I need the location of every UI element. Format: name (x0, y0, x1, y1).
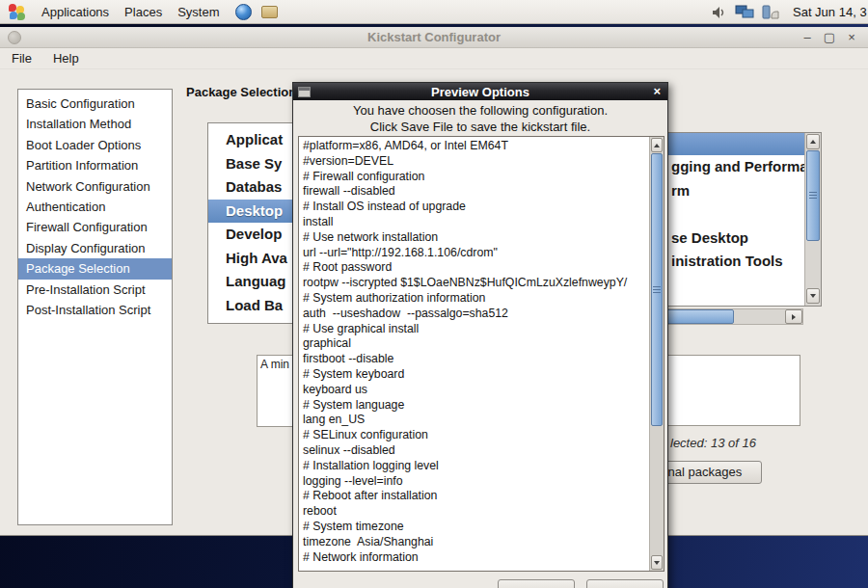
dialog-message: You have choosen the following configura… (293, 103, 667, 135)
config-line: graphical (303, 336, 646, 352)
scroll-down-button[interactable] (806, 288, 820, 304)
config-line: # System authorization information (303, 291, 646, 307)
package-list-vertical-scrollbar[interactable] (804, 133, 821, 306)
config-line: reboot (303, 504, 646, 520)
panel-menu[interactable]: Places (117, 2, 170, 22)
config-section-list: Basic ConfigurationInstallation MethodBo… (17, 89, 173, 525)
sidebar-item[interactable]: Authentication (18, 197, 172, 217)
dialog-button-right[interactable] (586, 579, 664, 588)
distro-logo-icon[interactable] (8, 3, 25, 20)
menubar-item[interactable]: Help (43, 49, 89, 67)
close-button[interactable]: × (845, 31, 858, 44)
sidebar-item[interactable]: Installation Method (18, 114, 172, 134)
config-line: logging --level=info (303, 474, 646, 490)
config-line: lang en_US (303, 413, 646, 428)
thumb-grip (653, 286, 661, 294)
clock[interactable]: Sat Jun 14, 3 (793, 5, 868, 19)
scroll-right-button[interactable] (785, 309, 802, 324)
menubar: FileHelp (0, 48, 868, 69)
config-line: # Use network installation (303, 230, 646, 246)
config-line: keyboard us (303, 383, 646, 398)
sidebar-item[interactable]: Display Configuration (18, 238, 172, 258)
sidebar-item[interactable]: Boot Loader Options (18, 135, 172, 155)
config-line: # Use graphical install (303, 322, 646, 337)
right-arrow-icon (792, 314, 796, 320)
config-line: firewall --disabled (303, 184, 646, 200)
window-icon (8, 31, 21, 44)
scrollbar-thumb[interactable] (651, 153, 663, 426)
logo-dot (10, 12, 17, 19)
kickstart-preview-textarea[interactable]: #platform=x86, AMD64, or Intel EM64T#ver… (298, 136, 665, 572)
power-status-icon[interactable] (761, 4, 780, 21)
volume-icon[interactable] (709, 4, 728, 21)
window-title: Kickstart Configurator (0, 30, 868, 44)
config-line: # System keyboard (303, 367, 646, 383)
sidebar-item[interactable]: Pre-Installation Script (18, 280, 172, 300)
maximize-button[interactable]: ▢ (823, 31, 836, 44)
config-line: # Install OS instead of upgrade (303, 200, 646, 215)
window-titlebar[interactable]: Kickstart Configurator – ▢ × (0, 27, 868, 48)
down-arrow-icon (654, 561, 660, 565)
logo-dot (9, 4, 16, 12)
scrollbar-thumb[interactable] (806, 150, 820, 241)
selected-count-label: lected: 13 of 16 (670, 436, 756, 450)
config-line: # SELinux configuration (303, 428, 646, 443)
config-line: # Reboot after installation (303, 489, 646, 504)
config-line: selinux --disabled (303, 443, 646, 459)
config-line: # Network information (303, 550, 646, 566)
minimize-button[interactable]: – (800, 31, 814, 44)
up-arrow-icon (654, 144, 660, 147)
scroll-up-button[interactable] (806, 134, 820, 149)
dialog-message-line2: Click Save File to save the kickstart fi… (293, 120, 667, 136)
sidebar-item[interactable]: Partition Information (18, 155, 172, 175)
preview-options-dialog: Preview Options × You have choosen the f… (292, 82, 668, 588)
config-line: # System timezone (303, 520, 646, 535)
software-launcher-icon[interactable] (260, 3, 279, 21)
config-line: # System language (303, 398, 646, 414)
network-monitors-icon[interactable] (735, 4, 754, 21)
dialog-title: Preview Options (293, 85, 667, 99)
dialog-message-line1: You have choosen the following configura… (293, 103, 667, 120)
logo-dot (17, 13, 25, 20)
package-box-icon (261, 6, 278, 18)
config-line: # Installation logging level (303, 459, 646, 474)
panel-menu[interactable]: Applications (34, 2, 117, 22)
sidebar-item[interactable]: Network Configuration (18, 176, 172, 197)
config-line: timezone Asia/Shanghai (303, 535, 646, 550)
page-title: Package Selection (186, 85, 296, 99)
panel-menu[interactable]: System (170, 2, 227, 22)
config-line: install (303, 215, 646, 230)
config-line: rootpw --iscrypted $1$LOaeNBNz$HufQICmLz… (303, 276, 646, 291)
top-panel: ApplicationsPlacesSystem Sat Jun 14, 3 (0, 0, 868, 24)
menubar-item[interactable]: File (2, 49, 41, 67)
up-arrow-icon (810, 140, 816, 144)
sidebar-item[interactable]: Post-Installation Script (18, 300, 172, 320)
globe-icon (235, 4, 252, 20)
sidebar-item[interactable]: Basic Configuration (18, 94, 172, 114)
browser-launcher-icon[interactable] (234, 3, 253, 21)
config-line: auth --useshadow --passalgo=sha512 (303, 307, 646, 322)
down-arrow-icon (810, 294, 816, 298)
config-line: # Root password (303, 260, 646, 276)
sidebar-item[interactable]: Firewall Configuration (18, 217, 172, 237)
scroll-down-button[interactable] (651, 555, 663, 570)
config-line: url --url="http://192.168.1.106/cdrom" (303, 246, 646, 261)
config-line: # Firewall configuration (303, 170, 646, 185)
config-line: #platform=x86, AMD64, or Intel EM64T (303, 139, 646, 154)
thumb-grip (809, 192, 817, 200)
sidebar-item[interactable]: Package Selection (18, 258, 172, 279)
config-line: firstboot --disable (303, 352, 646, 367)
dialog-titlebar[interactable]: Preview Options × (293, 83, 667, 100)
scroll-up-button[interactable] (651, 138, 663, 152)
dialog-button-left[interactable] (498, 579, 575, 588)
preview-vertical-scrollbar[interactable] (649, 137, 664, 571)
config-line: #version=DEVEL (303, 154, 646, 170)
dialog-close-icon[interactable]: × (653, 84, 661, 98)
